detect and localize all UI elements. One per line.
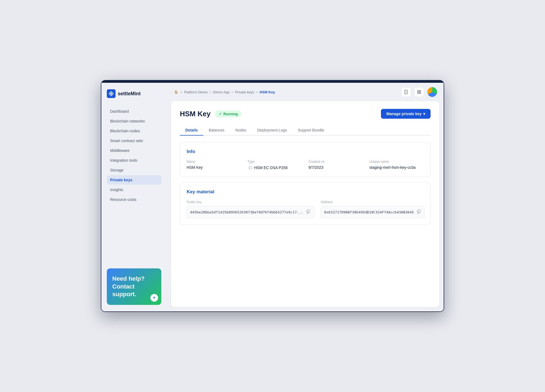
- info-grid: Name HSM Key Type ⬡ HSM EC DSA P256 Crea…: [187, 160, 424, 170]
- info-name-value: HSM Key: [187, 165, 241, 170]
- avatar: [427, 87, 437, 97]
- info-unique-field: Unique name staging-mert-hsm-key-cc0a: [370, 160, 424, 170]
- sidebar-item-storage[interactable]: Storage: [107, 166, 161, 175]
- document-icon: [404, 90, 408, 94]
- sidebar-item-middleware[interactable]: Middleware: [107, 146, 161, 155]
- info-created-field: Created on 9/7/2023: [308, 160, 363, 170]
- tabs: Details Balances Nodes Deployment Logs S…: [180, 125, 431, 136]
- breadcrumb-current: HSM Key: [260, 90, 275, 94]
- public-key-value: 045be28bba5df1425b895652630738a79d76f4bb…: [190, 210, 303, 214]
- app-shell: settleMint Dashboard Blockchain networks…: [101, 83, 444, 311]
- svg-rect-9: [307, 210, 310, 212]
- svg-rect-6: [419, 90, 421, 92]
- public-key-input-row: 045be28bba5df1425b895652630738a79d76f4bb…: [187, 206, 314, 218]
- page-title-area: HSM Key ✓ Running: [180, 110, 241, 118]
- svg-rect-8: [419, 92, 421, 94]
- tab-deployment-logs[interactable]: Deployment Logs: [252, 125, 292, 136]
- topbar-actions: [401, 87, 437, 97]
- info-unique-value: staging-mert-hsm-key-cc0a: [370, 165, 424, 170]
- browser-bar: [101, 81, 444, 83]
- tab-nodes[interactable]: Nodes: [230, 125, 252, 136]
- document-icon-btn[interactable]: [401, 87, 411, 97]
- sidebar-item-dashboard[interactable]: Dashboard: [107, 107, 161, 116]
- sidebar-item-blockchain-nodes[interactable]: Blockchain nodes: [107, 126, 161, 136]
- support-card: Need help? Contact support. +: [107, 268, 161, 305]
- address-input-row: 0x632717D98Bf38E495dB18C324F74Accb43AB36…: [321, 206, 425, 218]
- logo: settleMint: [107, 89, 161, 98]
- manage-btn-label: Manage private key: [386, 112, 422, 116]
- tab-support-bundle[interactable]: Support Bundle: [292, 125, 330, 136]
- breadcrumb-platform-demo[interactable]: Platform Demo: [184, 90, 208, 94]
- copy-public-key-button[interactable]: [305, 209, 311, 215]
- type-text: HSM EC DSA P256: [254, 166, 288, 170]
- logo-text: settleMint: [118, 91, 141, 97]
- info-card: Info Name HSM Key Type ⬡ HSM EC DSA P256: [180, 142, 431, 177]
- svg-rect-10: [418, 210, 420, 212]
- page-header: HSM Key ✓ Running Manage private key ▾: [180, 109, 431, 119]
- page-content: HSM Key ✓ Running Manage private key ▾ D…: [171, 101, 439, 307]
- sidebar-item-private-keys[interactable]: Private keys: [107, 175, 161, 185]
- status-badge: ✓ Running: [215, 111, 242, 117]
- sidebar-item-insights[interactable]: Insights: [107, 185, 161, 194]
- info-type-label: Type: [248, 160, 302, 164]
- key-material-grid: Public key 045be28bba5df1425b89565263073…: [187, 200, 424, 218]
- svg-rect-7: [417, 92, 419, 94]
- avatar-button[interactable]: [427, 87, 437, 97]
- key-material-card: Key material Public key 045be28bba5df142…: [180, 182, 431, 225]
- sidebar: settleMint Dashboard Blockchain networks…: [101, 83, 167, 311]
- copy-icon: [306, 210, 310, 214]
- check-icon: ✓: [219, 112, 222, 116]
- tab-balances[interactable]: Balances: [203, 125, 230, 136]
- copy-address-icon: [417, 210, 421, 214]
- page-title: HSM Key: [180, 110, 211, 118]
- info-name-label: Name: [187, 160, 241, 164]
- sidebar-item-resource-costs[interactable]: Resource costs: [107, 195, 161, 204]
- sidebar-item-smart-contract-sets[interactable]: Smart contract sets: [107, 136, 161, 145]
- key-material-title: Key material: [187, 189, 424, 195]
- topbar: 🏠 > Platform Demo > Demo App > Private k…: [167, 83, 444, 101]
- info-unique-label: Unique name: [370, 160, 424, 164]
- sidebar-item-integration-tools[interactable]: Integration tools: [107, 156, 161, 165]
- grid-icon-btn[interactable]: [414, 87, 424, 97]
- breadcrumb-demo-app[interactable]: Demo App: [213, 90, 230, 94]
- info-created-label: Created on: [308, 160, 363, 164]
- chevron-down-icon: ▾: [423, 112, 425, 116]
- support-card-text: Need help? Contact support.: [112, 275, 145, 298]
- address-field: Address 0x632717D98Bf38E495dB18C324F74Ac…: [321, 200, 425, 218]
- status-text: Running: [223, 112, 238, 116]
- info-type-field: Type ⬡ HSM EC DSA P256: [248, 160, 302, 170]
- manage-private-key-button[interactable]: Manage private key ▾: [381, 109, 431, 119]
- tab-details[interactable]: Details: [180, 125, 203, 136]
- nav-list: Dashboard Blockchain networks Blockchain…: [107, 107, 161, 262]
- info-type-value: ⬡ HSM EC DSA P256: [248, 165, 302, 170]
- public-key-label: Public key: [187, 200, 314, 204]
- info-name-field: Name HSM Key: [187, 160, 241, 170]
- grid-icon: [417, 90, 421, 94]
- info-created-value: 9/7/2023: [308, 165, 363, 170]
- public-key-field: Public key 045be28bba5df1425b89565263073…: [187, 200, 314, 218]
- copy-address-button[interactable]: [416, 209, 421, 215]
- ethereum-icon: ⬡: [248, 165, 253, 170]
- logo-icon: [107, 89, 116, 98]
- home-icon[interactable]: 🏠: [173, 89, 179, 95]
- address-value: 0x632717D98Bf38E495dB18C324F74Accb43AB36…: [324, 210, 414, 214]
- sidebar-item-blockchain-networks[interactable]: Blockchain networks: [107, 117, 161, 126]
- main-content: 🏠 > Platform Demo > Demo App > Private k…: [167, 83, 444, 311]
- info-card-title: Info: [187, 149, 424, 154]
- browser-window: settleMint Dashboard Blockchain networks…: [101, 80, 444, 312]
- svg-rect-5: [417, 90, 419, 92]
- support-plus-button[interactable]: +: [150, 294, 158, 302]
- address-label: Address: [321, 200, 425, 204]
- breadcrumb-private-keys[interactable]: Private keys: [235, 90, 254, 94]
- breadcrumb: 🏠 > Platform Demo > Demo App > Private k…: [173, 89, 275, 95]
